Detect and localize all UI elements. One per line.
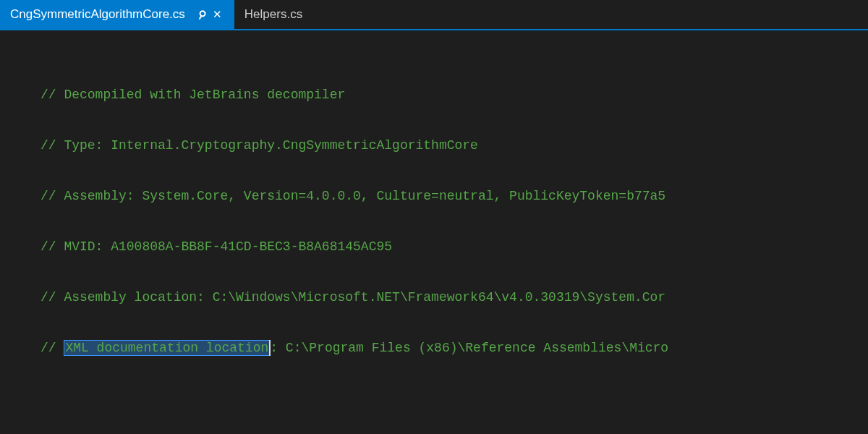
tab-active[interactable]: CngSymmetricAlgorithmCore.cs ⚲ ✕ (0, 0, 234, 29)
comment: // XML documentation location: C:\Progra… (41, 340, 668, 356)
tab-label-inactive: Helpers.cs (244, 7, 302, 22)
code-line: // Type: Internal.Cryptography.CngSymmet… (0, 135, 868, 156)
comment: // MVID: A100808A-BB8F-41CD-BEC3-B8A6814… (41, 239, 392, 254)
comment: // Assembly: System.Core, Version=4.0.0.… (41, 189, 665, 203)
code-editor[interactable]: // Decompiled with JetBrains decompiler … (0, 30, 868, 434)
code-line: // MVID: A100808A-BB8F-41CD-BEC3-B8A6814… (0, 236, 868, 258)
close-icon[interactable]: ✕ (211, 8, 224, 21)
comment: // Assembly location: C:\Windows\Microso… (41, 290, 665, 305)
comment: // Decompiled with JetBrains decompiler (41, 88, 345, 102)
pin-icon[interactable]: ⚲ (193, 6, 211, 24)
text-selection: XML documentation location (64, 340, 270, 356)
blank-line (0, 402, 868, 424)
tab-bar: CngSymmetricAlgorithmCore.cs ⚲ ✕ Helpers… (0, 0, 868, 30)
comment: // Type: Internal.Cryptography.CngSymmet… (41, 138, 478, 153)
code-line: // Assembly: System.Core, Version=4.0.0.… (0, 185, 868, 207)
tab-label-active: CngSymmetricAlgorithmCore.cs (10, 7, 185, 22)
code-line: // Decompiled with JetBrains decompiler (0, 84, 868, 106)
code-line: // XML documentation location: C:\Progra… (0, 337, 868, 359)
code-line: // Assembly location: C:\Windows\Microso… (0, 286, 868, 308)
tab-inactive[interactable]: Helpers.cs (234, 0, 320, 29)
